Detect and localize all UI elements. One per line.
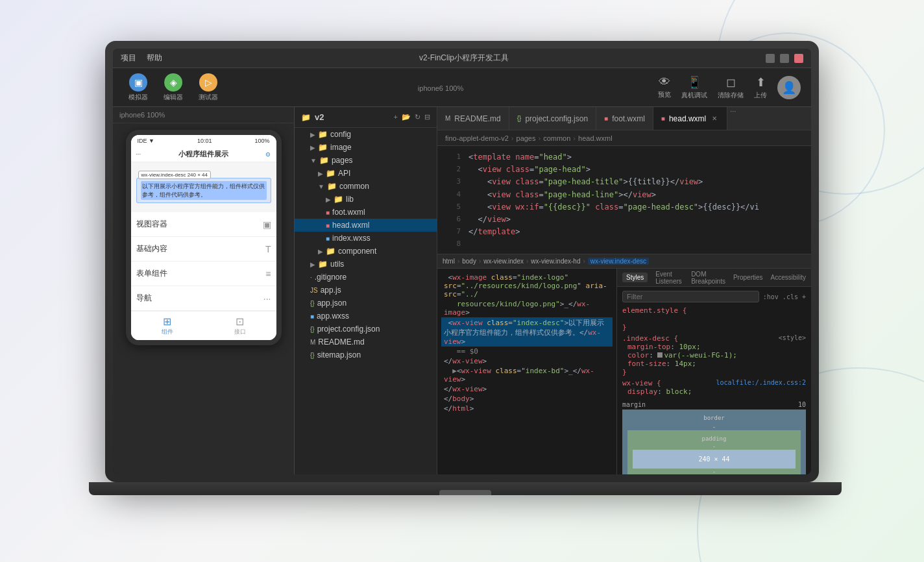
dev-bc-index[interactable]: wx-view.index <box>483 258 524 265</box>
padding-label: padding <box>633 435 796 442</box>
dev-bc-hd[interactable]: wx-view.index-hd <box>531 258 580 265</box>
html-line-3[interactable]: </wx-view> <box>441 356 613 366</box>
html-line-1[interactable]: <wx-view class="index-desc">以下用展示小程序官方组件… <box>441 317 613 347</box>
preview-action[interactable]: 👁 预览 <box>658 75 671 99</box>
tree-item-appwxss[interactable]: ■ app.wxss <box>295 310 437 323</box>
css-rule-index-desc: .index-desc { <style> margin-top: 10px; … <box>622 334 806 376</box>
nav-item-api[interactable]: ⊡ 接口 <box>234 315 246 336</box>
file-icon-sitemap: {} <box>310 352 315 359</box>
upload-label: 上传 <box>754 91 767 100</box>
restore-button[interactable] <box>780 54 789 63</box>
simulate-button[interactable]: ▣ 模拟器 <box>123 71 153 104</box>
tree-item-readme[interactable]: M README.md <box>295 336 437 348</box>
tree-label-image: image <box>330 143 352 152</box>
preview-label: 预览 <box>658 90 671 99</box>
filter-input[interactable] <box>622 291 759 302</box>
html-line-6[interactable]: </body> <box>441 394 613 404</box>
tab-headwxml[interactable]: ■ head.wxml ✕ <box>653 107 727 130</box>
dev-bc-body[interactable]: body <box>462 258 476 265</box>
tree-item-lib[interactable]: ▶ 📁 lib <box>295 193 437 206</box>
new-file-icon[interactable]: + <box>394 113 398 121</box>
style-tab-styles[interactable]: Styles <box>622 273 648 282</box>
line-num-1: 1 <box>445 151 461 164</box>
style-tab-dom[interactable]: DOM Breakpoints <box>691 271 725 285</box>
html-line-extra[interactable]: resources/kind/logo.png">_</wx-image> <box>441 299 613 317</box>
titlebar: 项目 帮助 v2-FinClip小程序开发工具 <box>113 49 811 68</box>
list-item-2[interactable]: 表单组件 ≡ <box>131 262 276 286</box>
arrow-lib: ▶ <box>326 196 331 203</box>
tree-item-projectconfig[interactable]: {} project.config.json <box>295 323 437 336</box>
style-tab-events[interactable]: Event Listeners <box>655 271 683 285</box>
tab-close-headwxml[interactable]: ✕ <box>710 114 719 123</box>
tree-item-utils[interactable]: ▶ 📁 utils <box>295 258 437 271</box>
css-source-wxview[interactable]: localfile:/.index.css:2 <box>716 379 806 387</box>
style-tab-props[interactable]: Properties <box>733 274 763 281</box>
style-tab-access[interactable]: Accessibility <box>771 274 806 281</box>
tab-footwxml[interactable]: ■ foot.wxml <box>596 107 653 130</box>
tree-item-image[interactable]: ▶ 📁 image <box>295 141 437 154</box>
tree-item-config[interactable]: ▶ 📁 config <box>295 128 437 141</box>
clearlog-action[interactable]: ◻ 清除存储 <box>718 75 744 100</box>
tree-item-sitemap[interactable]: {} sitemap.json <box>295 348 437 361</box>
new-folder-icon[interactable]: 📂 <box>402 113 411 121</box>
editor-label: 编辑器 <box>164 93 183 102</box>
tree-label-appjs: app.js <box>321 286 341 295</box>
tree-item-gitignore[interactable]: · .gitignore <box>295 271 437 284</box>
html-line-5[interactable]: </wx-view> <box>441 384 613 394</box>
dev-bc-html[interactable]: html <box>443 258 455 265</box>
tab-more-button[interactable]: ··· <box>730 107 736 130</box>
filter-hints: :hov .cls + <box>763 293 806 300</box>
html-extra: resources/kind/logo.png">_</wx-image> <box>444 300 590 317</box>
editor-button[interactable]: ◈ 编辑器 <box>158 71 188 104</box>
minimize-button[interactable] <box>766 54 775 63</box>
devtools-style-tabs: Styles Event Listeners DOM Breakpoints P… <box>617 269 811 287</box>
list-item-3[interactable]: 导航 ··· <box>131 286 276 311</box>
upload-action[interactable]: ⬆ 上传 <box>754 75 767 100</box>
code-editor[interactable]: 1 <template name="head"> 2 <view class="… <box>437 146 811 254</box>
tree-item-appjson[interactable]: {} app.json <box>295 297 437 310</box>
html-line-7[interactable]: </html> <box>441 404 613 413</box>
close-button[interactable] <box>794 54 803 63</box>
test-button[interactable]: ▷ 测试器 <box>193 71 223 104</box>
phone-app-titlebar: ··· 小程序组件展示 ⊙ <box>131 147 276 162</box>
tree-item-common[interactable]: ▼ 📁 common <box>295 180 437 193</box>
tree-item-index-wxss[interactable]: ■ index.wxss <box>295 232 437 245</box>
devtools-content: <wx-image class="index-logo" src="../res… <box>437 269 811 474</box>
html-content-3: </wx-view> <box>444 357 487 365</box>
html-line-4[interactable]: ▶<wx-view class="index-bd">_</wx-view> <box>441 366 613 384</box>
tree-item-pages[interactable]: ▼ 📁 pages <box>295 154 437 167</box>
tree-label-foot-wxml: foot.wxml <box>332 208 365 217</box>
tree-label-sitemap: sitemap.json <box>317 350 361 360</box>
tree-label-appwxss: app.wxss <box>317 312 349 321</box>
phone-status-left: IDE ▼ <box>138 138 154 144</box>
tab-icon-projectconfig: {} <box>517 115 522 122</box>
dev-bc-desc[interactable]: wx-view.index-desc <box>588 258 649 265</box>
user-avatar[interactable]: 👤 <box>777 76 801 99</box>
realtest-action[interactable]: 📱 真机调试 <box>681 75 707 100</box>
tree-item-appjs[interactable]: JS app.js <box>295 284 437 297</box>
tab-readme[interactable]: M README.md <box>437 107 509 130</box>
file-icon-appjson: {} <box>310 300 315 307</box>
list-item-0[interactable]: 视图容器 ▣ <box>131 212 276 237</box>
code-content-5: <view wx:if="{{desc}}" class="page-head-… <box>468 201 803 214</box>
html-line-0[interactable]: <wx-image class="index-logo" src="../res… <box>441 273 613 299</box>
refresh-icon[interactable]: ↻ <box>415 113 420 121</box>
color-swatch <box>657 352 663 358</box>
list-item-1[interactable]: 基础内容 T <box>131 237 276 262</box>
tree-item-head-wxml[interactable]: ■ head.wxml <box>295 219 437 232</box>
collapse-icon[interactable]: ⊟ <box>424 113 430 121</box>
menu-project[interactable]: 项目 <box>121 53 136 64</box>
tree-item-foot-wxml[interactable]: ■ foot.wxml <box>295 206 437 219</box>
tab-projectconfig[interactable]: {} project.config.json <box>509 107 596 130</box>
tree-item-component[interactable]: ▶ 📁 component <box>295 245 437 258</box>
phone-statusbar: IDE ▼ 10:01 100% <box>131 135 276 147</box>
code-line-2: 2 <view class="page-head"> <box>437 164 811 176</box>
css-prop-display: display: block; <box>622 387 806 396</box>
tree-item-api[interactable]: ▶ 📁 API <box>295 167 437 180</box>
nav-item-component[interactable]: ⊞ 组件 <box>162 315 173 336</box>
tab-label-footwxml: foot.wxml <box>612 114 645 123</box>
breadcrumb-sep-1: › <box>539 134 541 142</box>
nav-icon-component: ⊞ <box>163 315 171 328</box>
menu-help[interactable]: 帮助 <box>147 53 162 64</box>
html-line-2[interactable]: == $0 <box>441 347 613 356</box>
